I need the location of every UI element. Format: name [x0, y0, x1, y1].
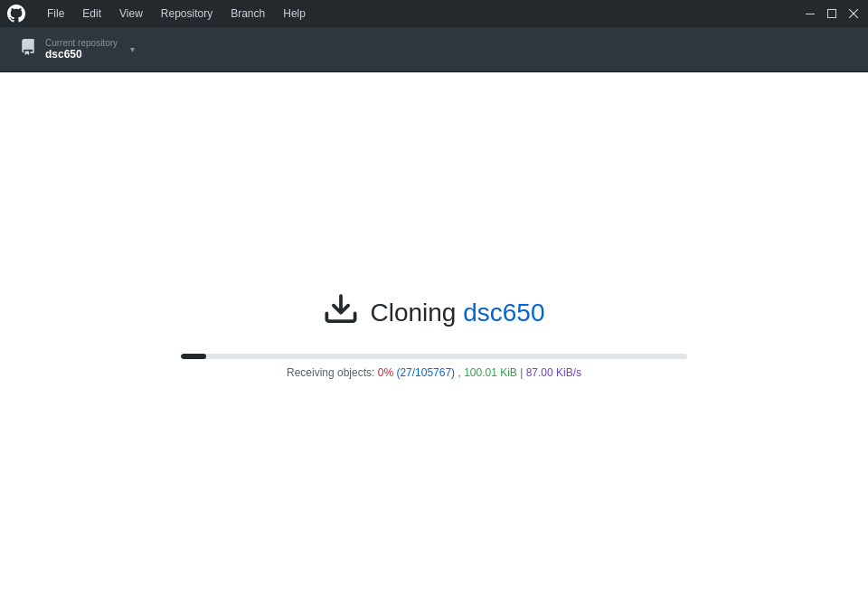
clone-header: Cloning dsc650 [323, 291, 544, 336]
svg-rect-0 [806, 14, 815, 14]
progress-count: (27/105767) [396, 366, 455, 379]
menu-repository[interactable]: Repository [154, 5, 220, 22]
svg-rect-1 [828, 10, 836, 18]
menu-bar: File Edit View Repository Branch Help [40, 5, 313, 22]
menu-help[interactable]: Help [276, 5, 313, 22]
minimize-button[interactable] [803, 6, 817, 21]
chevron-down-icon: ▾ [130, 44, 135, 54]
clone-repo-name: dsc650 [463, 298, 544, 327]
menu-branch[interactable]: Branch [223, 5, 272, 22]
progress-speed: 87.00 KiB/s [526, 366, 581, 379]
repo-name: dsc650 [45, 48, 118, 61]
github-logo-icon [7, 5, 25, 23]
progress-label: Receiving objects: [287, 366, 374, 379]
repo-selector[interactable]: Current repository dsc650 ▾ [11, 33, 144, 66]
maximize-button[interactable] [825, 6, 839, 21]
clone-prefix: Cloning [370, 298, 463, 327]
clone-title: Cloning dsc650 [370, 298, 544, 327]
menu-view[interactable]: View [112, 5, 150, 22]
menu-file[interactable]: File [40, 5, 71, 22]
progress-text: Receiving objects: 0% (27/105767) , 100.… [287, 366, 581, 379]
main-content: Cloning dsc650 Receiving objects: 0% (27… [0, 72, 868, 597]
titlebar-left: File Edit View Repository Branch Help [7, 5, 313, 23]
repo-info: Current repository dsc650 [45, 38, 118, 61]
progress-percent: 0% [378, 366, 393, 379]
clone-download-icon [323, 291, 359, 336]
window-controls [803, 6, 861, 21]
progress-bar-background [181, 354, 687, 359]
repo-icon [20, 39, 36, 60]
close-button[interactable] [846, 6, 861, 21]
progress-container: Receiving objects: 0% (27/105767) , 100.… [181, 354, 687, 379]
progress-size: 100.01 KiB [464, 366, 517, 379]
repo-label: Current repository [45, 38, 118, 48]
menu-edit[interactable]: Edit [75, 5, 108, 22]
titlebar: File Edit View Repository Branch Help [0, 0, 868, 27]
progress-bar-fill [181, 354, 206, 359]
toolbar: Current repository dsc650 ▾ [0, 27, 868, 72]
